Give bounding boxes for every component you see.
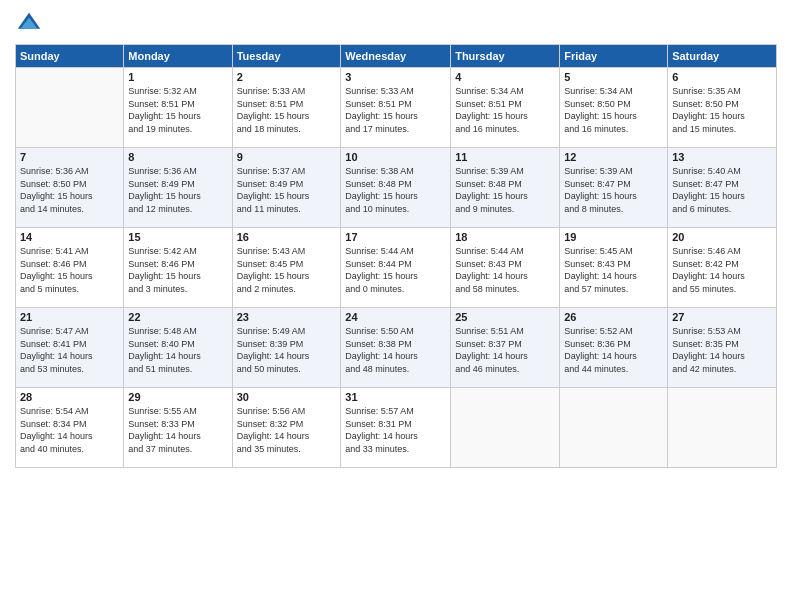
- day-info: Sunrise: 5:40 AM Sunset: 8:47 PM Dayligh…: [672, 165, 772, 215]
- day-info: Sunrise: 5:44 AM Sunset: 8:44 PM Dayligh…: [345, 245, 446, 295]
- weekday-header-row: SundayMondayTuesdayWednesdayThursdayFrid…: [16, 45, 777, 68]
- weekday-header-tuesday: Tuesday: [232, 45, 341, 68]
- day-number: 16: [237, 231, 337, 243]
- day-number: 2: [237, 71, 337, 83]
- day-cell: 14Sunrise: 5:41 AM Sunset: 8:46 PM Dayli…: [16, 228, 124, 308]
- week-row-1: 1Sunrise: 5:32 AM Sunset: 8:51 PM Daylig…: [16, 68, 777, 148]
- day-info: Sunrise: 5:38 AM Sunset: 8:48 PM Dayligh…: [345, 165, 446, 215]
- day-info: Sunrise: 5:33 AM Sunset: 8:51 PM Dayligh…: [345, 85, 446, 135]
- day-info: Sunrise: 5:44 AM Sunset: 8:43 PM Dayligh…: [455, 245, 555, 295]
- day-number: 30: [237, 391, 337, 403]
- day-cell: 18Sunrise: 5:44 AM Sunset: 8:43 PM Dayli…: [451, 228, 560, 308]
- day-cell: 15Sunrise: 5:42 AM Sunset: 8:46 PM Dayli…: [124, 228, 232, 308]
- day-cell: 13Sunrise: 5:40 AM Sunset: 8:47 PM Dayli…: [668, 148, 777, 228]
- day-number: 19: [564, 231, 663, 243]
- day-info: Sunrise: 5:39 AM Sunset: 8:47 PM Dayligh…: [564, 165, 663, 215]
- week-row-4: 21Sunrise: 5:47 AM Sunset: 8:41 PM Dayli…: [16, 308, 777, 388]
- day-info: Sunrise: 5:55 AM Sunset: 8:33 PM Dayligh…: [128, 405, 227, 455]
- day-number: 9: [237, 151, 337, 163]
- day-info: Sunrise: 5:50 AM Sunset: 8:38 PM Dayligh…: [345, 325, 446, 375]
- day-cell: [560, 388, 668, 468]
- day-info: Sunrise: 5:43 AM Sunset: 8:45 PM Dayligh…: [237, 245, 337, 295]
- day-info: Sunrise: 5:35 AM Sunset: 8:50 PM Dayligh…: [672, 85, 772, 135]
- day-number: 22: [128, 311, 227, 323]
- day-info: Sunrise: 5:53 AM Sunset: 8:35 PM Dayligh…: [672, 325, 772, 375]
- header: [15, 10, 777, 38]
- day-info: Sunrise: 5:49 AM Sunset: 8:39 PM Dayligh…: [237, 325, 337, 375]
- day-info: Sunrise: 5:51 AM Sunset: 8:37 PM Dayligh…: [455, 325, 555, 375]
- weekday-header-monday: Monday: [124, 45, 232, 68]
- calendar-header: SundayMondayTuesdayWednesdayThursdayFrid…: [16, 45, 777, 68]
- day-info: Sunrise: 5:45 AM Sunset: 8:43 PM Dayligh…: [564, 245, 663, 295]
- week-row-2: 7Sunrise: 5:36 AM Sunset: 8:50 PM Daylig…: [16, 148, 777, 228]
- day-cell: [668, 388, 777, 468]
- day-cell: 7Sunrise: 5:36 AM Sunset: 8:50 PM Daylig…: [16, 148, 124, 228]
- day-number: 12: [564, 151, 663, 163]
- day-info: Sunrise: 5:52 AM Sunset: 8:36 PM Dayligh…: [564, 325, 663, 375]
- day-number: 7: [20, 151, 119, 163]
- day-cell: 3Sunrise: 5:33 AM Sunset: 8:51 PM Daylig…: [341, 68, 451, 148]
- week-row-5: 28Sunrise: 5:54 AM Sunset: 8:34 PM Dayli…: [16, 388, 777, 468]
- day-number: 26: [564, 311, 663, 323]
- day-cell: 31Sunrise: 5:57 AM Sunset: 8:31 PM Dayli…: [341, 388, 451, 468]
- day-number: 21: [20, 311, 119, 323]
- day-cell: 28Sunrise: 5:54 AM Sunset: 8:34 PM Dayli…: [16, 388, 124, 468]
- day-info: Sunrise: 5:54 AM Sunset: 8:34 PM Dayligh…: [20, 405, 119, 455]
- day-number: 18: [455, 231, 555, 243]
- logo-icon: [15, 10, 43, 38]
- day-cell: 29Sunrise: 5:55 AM Sunset: 8:33 PM Dayli…: [124, 388, 232, 468]
- day-cell: 4Sunrise: 5:34 AM Sunset: 8:51 PM Daylig…: [451, 68, 560, 148]
- day-number: 20: [672, 231, 772, 243]
- day-cell: 23Sunrise: 5:49 AM Sunset: 8:39 PM Dayli…: [232, 308, 341, 388]
- day-number: 24: [345, 311, 446, 323]
- weekday-header-friday: Friday: [560, 45, 668, 68]
- day-info: Sunrise: 5:32 AM Sunset: 8:51 PM Dayligh…: [128, 85, 227, 135]
- day-cell: 17Sunrise: 5:44 AM Sunset: 8:44 PM Dayli…: [341, 228, 451, 308]
- day-number: 27: [672, 311, 772, 323]
- day-info: Sunrise: 5:37 AM Sunset: 8:49 PM Dayligh…: [237, 165, 337, 215]
- day-number: 25: [455, 311, 555, 323]
- calendar-table: SundayMondayTuesdayWednesdayThursdayFrid…: [15, 44, 777, 468]
- calendar-body: 1Sunrise: 5:32 AM Sunset: 8:51 PM Daylig…: [16, 68, 777, 468]
- day-cell: 12Sunrise: 5:39 AM Sunset: 8:47 PM Dayli…: [560, 148, 668, 228]
- day-cell: [16, 68, 124, 148]
- day-info: Sunrise: 5:36 AM Sunset: 8:49 PM Dayligh…: [128, 165, 227, 215]
- day-info: Sunrise: 5:41 AM Sunset: 8:46 PM Dayligh…: [20, 245, 119, 295]
- day-info: Sunrise: 5:47 AM Sunset: 8:41 PM Dayligh…: [20, 325, 119, 375]
- day-info: Sunrise: 5:36 AM Sunset: 8:50 PM Dayligh…: [20, 165, 119, 215]
- day-number: 11: [455, 151, 555, 163]
- day-cell: 2Sunrise: 5:33 AM Sunset: 8:51 PM Daylig…: [232, 68, 341, 148]
- day-cell: 24Sunrise: 5:50 AM Sunset: 8:38 PM Dayli…: [341, 308, 451, 388]
- day-cell: 11Sunrise: 5:39 AM Sunset: 8:48 PM Dayli…: [451, 148, 560, 228]
- day-cell: 6Sunrise: 5:35 AM Sunset: 8:50 PM Daylig…: [668, 68, 777, 148]
- day-cell: [451, 388, 560, 468]
- weekday-header-thursday: Thursday: [451, 45, 560, 68]
- weekday-header-sunday: Sunday: [16, 45, 124, 68]
- day-number: 3: [345, 71, 446, 83]
- day-info: Sunrise: 5:39 AM Sunset: 8:48 PM Dayligh…: [455, 165, 555, 215]
- day-cell: 9Sunrise: 5:37 AM Sunset: 8:49 PM Daylig…: [232, 148, 341, 228]
- day-cell: 10Sunrise: 5:38 AM Sunset: 8:48 PM Dayli…: [341, 148, 451, 228]
- day-info: Sunrise: 5:46 AM Sunset: 8:42 PM Dayligh…: [672, 245, 772, 295]
- day-number: 1: [128, 71, 227, 83]
- day-cell: 8Sunrise: 5:36 AM Sunset: 8:49 PM Daylig…: [124, 148, 232, 228]
- week-row-3: 14Sunrise: 5:41 AM Sunset: 8:46 PM Dayli…: [16, 228, 777, 308]
- day-number: 28: [20, 391, 119, 403]
- day-cell: 22Sunrise: 5:48 AM Sunset: 8:40 PM Dayli…: [124, 308, 232, 388]
- day-cell: 27Sunrise: 5:53 AM Sunset: 8:35 PM Dayli…: [668, 308, 777, 388]
- day-info: Sunrise: 5:42 AM Sunset: 8:46 PM Dayligh…: [128, 245, 227, 295]
- day-number: 13: [672, 151, 772, 163]
- day-number: 5: [564, 71, 663, 83]
- day-info: Sunrise: 5:56 AM Sunset: 8:32 PM Dayligh…: [237, 405, 337, 455]
- day-number: 17: [345, 231, 446, 243]
- page: SundayMondayTuesdayWednesdayThursdayFrid…: [0, 0, 792, 612]
- day-cell: 25Sunrise: 5:51 AM Sunset: 8:37 PM Dayli…: [451, 308, 560, 388]
- weekday-header-wednesday: Wednesday: [341, 45, 451, 68]
- day-number: 31: [345, 391, 446, 403]
- weekday-header-saturday: Saturday: [668, 45, 777, 68]
- day-number: 14: [20, 231, 119, 243]
- day-cell: 1Sunrise: 5:32 AM Sunset: 8:51 PM Daylig…: [124, 68, 232, 148]
- day-cell: 30Sunrise: 5:56 AM Sunset: 8:32 PM Dayli…: [232, 388, 341, 468]
- day-cell: 26Sunrise: 5:52 AM Sunset: 8:36 PM Dayli…: [560, 308, 668, 388]
- day-number: 6: [672, 71, 772, 83]
